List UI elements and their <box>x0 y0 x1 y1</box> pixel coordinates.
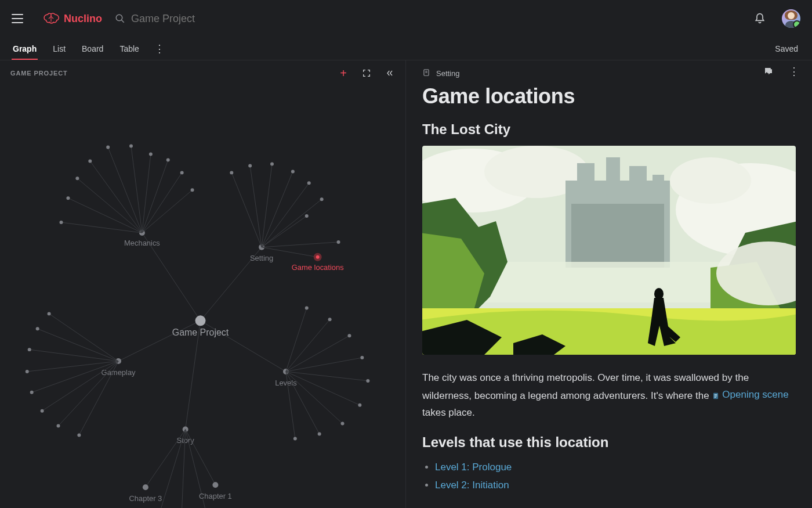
svg-rect-117 <box>629 211 634 244</box>
svg-point-63 <box>30 391 34 394</box>
page-icon <box>712 392 720 400</box>
document-breadcrumb[interactable]: Setting <box>436 69 459 78</box>
location-hero-image[interactable] <box>422 146 796 355</box>
svg-point-0 <box>116 15 122 21</box>
svg-rect-112 <box>577 215 582 244</box>
document-more-button[interactable]: ⋮ <box>789 66 799 77</box>
search-box[interactable] <box>115 13 754 25</box>
comments-button[interactable] <box>763 66 774 77</box>
svg-point-62 <box>26 370 29 373</box>
tab-table[interactable]: Table <box>118 38 140 59</box>
workspace-breadcrumb[interactable]: GAME PROJECT <box>10 70 338 77</box>
svg-text:Mechanics: Mechanics <box>124 239 160 247</box>
search-input[interactable] <box>131 13 363 25</box>
svg-line-74 <box>286 372 360 405</box>
svg-line-38 <box>262 216 307 247</box>
svg-point-66 <box>77 434 81 437</box>
svg-point-21 <box>129 145 133 148</box>
svg-point-48 <box>337 240 340 244</box>
tab-graph[interactable]: Graph <box>12 38 38 59</box>
svg-point-47 <box>305 214 309 218</box>
svg-point-86 <box>293 437 297 441</box>
svg-point-44 <box>291 170 295 173</box>
graph-node-game-locations[interactable] <box>315 254 321 260</box>
svg-point-85 <box>318 433 321 436</box>
svg-point-20 <box>106 146 110 149</box>
graph-canvas[interactable]: Game Project Mechanics <box>0 86 405 508</box>
body-text-post: takes place. <box>422 407 475 418</box>
graph-panel-header: GAME PROJECT + <box>0 60 405 86</box>
svg-text:Gameplay: Gameplay <box>102 368 136 377</box>
svg-point-94 <box>143 484 148 490</box>
brain-icon <box>43 12 59 26</box>
svg-rect-115 <box>606 210 611 244</box>
svg-line-70 <box>286 319 330 372</box>
svg-point-24 <box>66 196 70 200</box>
svg-rect-127 <box>715 397 716 398</box>
svg-line-53 <box>30 350 118 361</box>
svg-line-10 <box>108 147 142 233</box>
document-title[interactable]: Game locations <box>422 84 796 109</box>
svg-point-43 <box>270 162 274 165</box>
svg-rect-110 <box>652 175 664 192</box>
add-node-button[interactable]: + <box>338 68 349 78</box>
link-level-2[interactable]: Level 2: Initiation <box>435 480 509 491</box>
collapse-panel-button[interactable] <box>385 68 395 78</box>
svg-line-32 <box>231 172 262 247</box>
svg-line-1 <box>121 20 124 23</box>
svg-rect-118 <box>641 214 646 244</box>
svg-rect-119 <box>651 212 656 244</box>
fullscreen-button[interactable] <box>361 68 372 78</box>
document-panel: ⋮ Setting Game locations The Lost City <box>406 60 812 508</box>
svg-point-61 <box>28 348 31 351</box>
svg-point-65 <box>57 424 60 428</box>
svg-point-45 <box>307 181 311 185</box>
svg-point-28 <box>180 171 184 174</box>
comment-icon <box>763 66 774 77</box>
svg-rect-113 <box>586 212 590 244</box>
svg-rect-109 <box>629 166 647 189</box>
svg-point-82 <box>366 379 369 383</box>
topbar: Nuclino <box>0 0 812 37</box>
svg-line-58 <box>79 361 118 435</box>
svg-point-41 <box>230 171 233 174</box>
menu-toggle-button[interactable] <box>12 12 26 26</box>
svg-point-27 <box>166 158 170 161</box>
svg-text:Chapter 3: Chapter 3 <box>129 494 162 503</box>
tab-list[interactable]: List <box>52 38 67 59</box>
svg-line-15 <box>61 222 142 233</box>
inline-link-opening-scene[interactable]: Opening scene <box>712 387 788 403</box>
graph-panel: GAME PROJECT + Game Pro <box>0 60 406 508</box>
svg-point-59 <box>48 312 51 315</box>
svg-point-80 <box>347 334 351 337</box>
notifications-icon[interactable] <box>754 13 766 24</box>
svg-text:Setting: Setting <box>250 254 273 262</box>
document-icon <box>422 69 430 78</box>
document-body[interactable]: The city was once a thriving metropolis.… <box>422 370 796 421</box>
search-icon <box>115 13 125 24</box>
svg-line-73 <box>286 372 368 381</box>
svg-line-90 <box>186 430 216 485</box>
graph-selected-label: Game locations <box>292 263 344 272</box>
app-name: Nuclino <box>64 13 102 25</box>
svg-point-7 <box>195 315 206 326</box>
svg-point-29 <box>191 188 194 192</box>
svg-point-81 <box>360 356 364 359</box>
svg-point-46 <box>320 197 324 201</box>
svg-point-78 <box>305 306 309 309</box>
svg-rect-114 <box>594 214 599 244</box>
svg-rect-107 <box>577 163 594 186</box>
svg-point-96 <box>212 482 218 488</box>
svg-point-25 <box>60 221 63 224</box>
app-logo[interactable]: Nuclino <box>43 12 102 26</box>
svg-text:Chapter 1: Chapter 1 <box>199 492 232 500</box>
svg-point-60 <box>36 327 39 330</box>
svg-rect-125 <box>715 394 717 395</box>
heading-lost-city[interactable]: The Lost City <box>422 121 796 138</box>
tab-board[interactable]: Board <box>81 38 104 59</box>
svg-point-105 <box>670 157 751 204</box>
tab-more-button[interactable]: ⋮ <box>154 44 165 54</box>
link-level-1[interactable]: Level 1: Prologue <box>435 462 512 473</box>
user-avatar[interactable] <box>782 9 800 28</box>
heading-levels[interactable]: Levels that use this location <box>422 434 796 451</box>
